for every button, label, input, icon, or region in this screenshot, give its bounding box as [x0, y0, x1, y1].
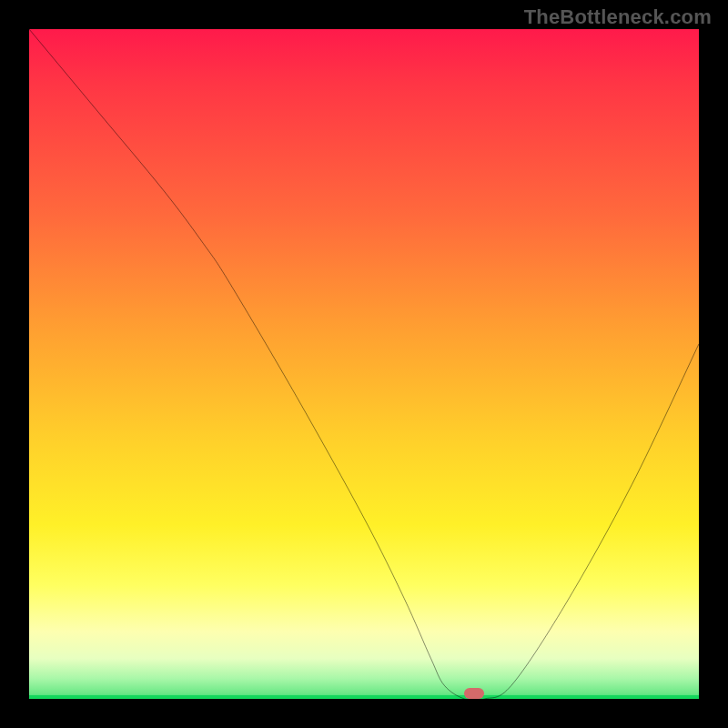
- watermark-text: TheBottleneck.com: [524, 5, 712, 29]
- optimum-marker: [464, 688, 484, 699]
- plot-area: [29, 29, 699, 699]
- chart-frame: TheBottleneck.com: [0, 0, 728, 728]
- bottleneck-curve: [29, 29, 699, 699]
